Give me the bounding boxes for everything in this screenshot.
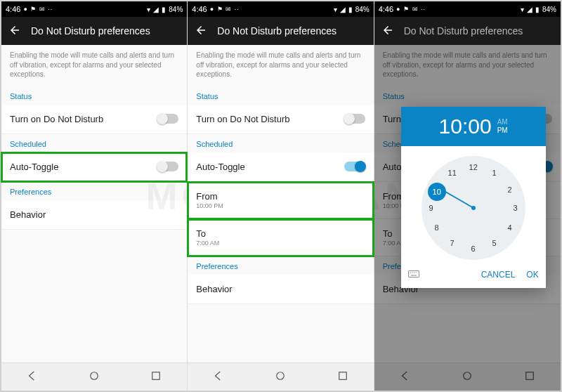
screenshot-triptych: 4:46 ● ⚑ ✉ ·· ▾ ◢ ▮ 84% Do Not Disturb p… [0, 0, 562, 392]
appbar-title: Do Not Disturb preferences [217, 25, 336, 37]
row-label: Turn on Do Not Disturb [196, 114, 289, 124]
wifi-icon: ▾ [521, 6, 524, 13]
nav-bar [1, 362, 187, 391]
time-picker-dialog: 10:00 AM PM 10 12 1 2 3 4 5 6 [401, 107, 546, 288]
section-preferences: Preferences [188, 256, 373, 275]
clock-num-1[interactable]: 1 [488, 166, 502, 180]
am-label[interactable]: AM [497, 118, 508, 126]
section-preferences: Preferences [1, 182, 187, 200]
clock-face[interactable]: 10 12 1 2 3 4 5 6 7 8 9 11 [422, 156, 525, 260]
row-auto-toggle[interactable]: Auto-Toggle [188, 152, 373, 182]
nav-home-icon[interactable] [88, 370, 100, 385]
row-value: 7:00 AM [196, 240, 219, 247]
nav-recent-icon[interactable] [523, 370, 536, 385]
nav-bar [374, 362, 561, 391]
row-value: 10:00 PM [196, 202, 223, 209]
clock-num-2[interactable]: 2 [503, 183, 517, 197]
row-turn-on-dnd[interactable]: Turn on Do Not Disturb [1, 105, 187, 134]
battery-icon: ▮ [348, 6, 353, 13]
info-text: Enabling the mode will mute calls and al… [188, 45, 373, 86]
status-notif-icons: ● ⚑ ✉ ·· [396, 6, 426, 13]
back-icon[interactable] [8, 24, 21, 39]
row-behavior[interactable]: Behavior [1, 200, 187, 230]
row-to[interactable]: To 7:00 AM [188, 219, 373, 256]
appbar-title: Do Not Disturb preferences [31, 25, 150, 37]
row-label: To [196, 228, 219, 239]
clock-center [471, 206, 476, 210]
time-display[interactable]: 10:00 [439, 115, 492, 138]
pm-label[interactable]: PM [497, 126, 508, 135]
svg-point-0 [91, 372, 98, 379]
row-from[interactable]: From 10:00 PM [188, 182, 373, 219]
back-icon[interactable] [195, 24, 207, 39]
wifi-icon: ▾ [147, 6, 150, 13]
battery-pct: 84% [355, 6, 370, 13]
status-notif-icons: ● ⚑ ✉ ·· [210, 6, 240, 13]
app-bar: Do Not Disturb preferences [188, 17, 373, 45]
signal-icon: ◢ [153, 6, 159, 13]
signal-icon: ◢ [340, 6, 346, 13]
nav-home-icon[interactable] [274, 370, 287, 385]
svg-rect-5 [526, 372, 534, 379]
svg-rect-6 [408, 270, 419, 277]
status-time: 4:46 [379, 5, 393, 13]
panel-3: 4:46 ● ⚑ ✉ ·· ▾ ◢ ▮ 84% Do Not Disturb p… [374, 1, 561, 391]
cancel-button[interactable]: CANCEL [481, 270, 516, 280]
section-scheduled: Scheduled [1, 134, 187, 152]
row-label: Behavior [196, 284, 232, 294]
nav-recent-icon[interactable] [336, 370, 349, 385]
clock-num-7[interactable]: 7 [445, 236, 459, 250]
row-auto-toggle[interactable]: Auto-Toggle [1, 152, 187, 182]
nav-back-icon[interactable] [399, 370, 412, 385]
row-label: From [196, 191, 223, 202]
nav-back-icon[interactable] [26, 370, 39, 385]
status-time: 4:46 [192, 5, 207, 13]
svg-rect-1 [152, 372, 160, 379]
appbar-title: Do Not Disturb preferences [404, 25, 523, 37]
toggle-dnd[interactable] [344, 114, 365, 124]
back-icon[interactable] [381, 24, 394, 39]
nav-recent-icon[interactable] [150, 370, 162, 385]
clock-num-9[interactable]: 9 [424, 201, 438, 215]
time-picker-header: 10:00 AM PM [401, 107, 546, 146]
row-label: Behavior [10, 209, 46, 220]
ampm-toggle[interactable]: AM PM [497, 118, 508, 135]
keyboard-icon[interactable] [408, 268, 419, 281]
section-status: Status [374, 86, 561, 105]
status-notif-icons: ● ⚑ ✉ ·· [23, 6, 53, 13]
clock-num-12[interactable]: 12 [466, 160, 481, 174]
toggle-auto[interactable] [344, 162, 365, 171]
clock-num-6[interactable]: 6 [466, 242, 481, 256]
panel-1: 4:46 ● ⚑ ✉ ·· ▾ ◢ ▮ 84% Do Not Disturb p… [1, 1, 188, 391]
info-text: Enabling the mode will mute calls and al… [1, 45, 187, 86]
section-status: Status [1, 86, 187, 105]
clock-selected-hour[interactable]: 10 [428, 183, 446, 201]
wifi-icon: ▾ [334, 6, 337, 13]
row-label: Turn on Do Not Disturb [10, 114, 103, 124]
row-label: Auto-Toggle [196, 162, 244, 172]
status-bar: 4:46 ● ⚑ ✉ ·· ▾ ◢ ▮ 84% [188, 1, 373, 17]
nav-bar [188, 362, 373, 391]
svg-point-2 [277, 372, 285, 379]
nav-home-icon[interactable] [461, 370, 473, 385]
clock-num-11[interactable]: 11 [445, 166, 459, 180]
clock-num-4[interactable]: 4 [503, 221, 517, 235]
battery-pct: 84% [542, 6, 556, 13]
clock-num-3[interactable]: 3 [509, 201, 523, 215]
clock-hand [443, 190, 473, 209]
row-turn-on-dnd[interactable]: Turn on Do Not Disturb [188, 105, 373, 134]
row-behavior[interactable]: Behavior [188, 275, 373, 304]
nav-back-icon[interactable] [212, 370, 225, 385]
clock-num-8[interactable]: 8 [430, 221, 444, 235]
toggle-dnd[interactable] [157, 114, 178, 124]
battery-icon: ▮ [162, 6, 166, 13]
ok-button[interactable]: OK [526, 270, 538, 280]
battery-icon: ▮ [535, 6, 540, 13]
app-bar: Do Not Disturb preferences [374, 17, 561, 45]
status-bar: 4:46 ● ⚑ ✉ ·· ▾ ◢ ▮ 84% [1, 1, 187, 17]
row-label: Auto-Toggle [10, 162, 58, 172]
svg-point-4 [464, 372, 471, 379]
section-status: Status [188, 86, 373, 105]
toggle-auto[interactable] [157, 162, 178, 171]
clock-num-5[interactable]: 5 [488, 236, 502, 250]
